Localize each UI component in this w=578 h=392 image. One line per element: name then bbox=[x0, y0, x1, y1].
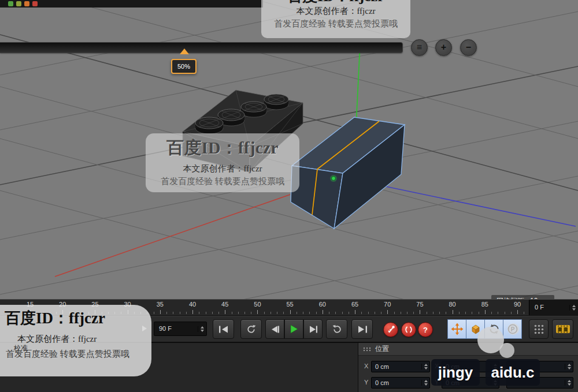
ruler-tick bbox=[238, 312, 239, 314]
ruler-tick bbox=[505, 312, 505, 314]
ruler-tick bbox=[472, 312, 472, 314]
play-button[interactable] bbox=[284, 319, 303, 339]
ruler-tick bbox=[297, 312, 297, 314]
coord-input-x1[interactable]: 0 cm bbox=[371, 361, 430, 372]
render-preview-button[interactable] bbox=[552, 319, 573, 339]
next-frame-button[interactable] bbox=[303, 319, 323, 339]
tab-calibrate[interactable]: 校准 bbox=[14, 344, 28, 353]
watermark-logo-circle bbox=[499, 343, 514, 358]
ruler-tick bbox=[160, 310, 161, 314]
coord-input-y1[interactable]: 0 cm bbox=[371, 377, 430, 389]
coord-stepper[interactable] bbox=[421, 364, 428, 369]
ruler-tick bbox=[349, 312, 349, 314]
end-frame-field[interactable]: 0 F bbox=[529, 300, 578, 315]
ruler-tick bbox=[524, 312, 524, 314]
ruler-tick bbox=[271, 312, 271, 314]
app-window: 50% ≡ + − 网格间距 : 10 cm 15202530354045505… bbox=[0, 0, 578, 392]
watermark-bottom-left: 百度ID：ffjczr 本文原创作者：ffjczr 首发百度经验 转载要点赞投票… bbox=[0, 305, 151, 376]
go-to-end-button[interactable] bbox=[351, 319, 373, 339]
end-frame-value: 0 F bbox=[535, 304, 544, 311]
watermark-title: 百度ID：ffjczr bbox=[146, 136, 299, 160]
keying-help-button[interactable]: ? bbox=[418, 322, 433, 337]
loop-back-icon bbox=[246, 324, 257, 334]
coord-label-x1: X bbox=[364, 363, 368, 369]
ruler-tick bbox=[446, 312, 446, 314]
plus-icon: + bbox=[441, 42, 446, 52]
ruler-tick bbox=[154, 312, 154, 314]
ruler-tick bbox=[491, 312, 492, 314]
next-frame-icon bbox=[307, 325, 318, 334]
ruler-tick bbox=[206, 312, 206, 314]
ruler-number: 50 bbox=[254, 301, 261, 308]
coordinates-header[interactable]: 位置 bbox=[358, 343, 578, 356]
app-icon-green[interactable] bbox=[8, 1, 13, 6]
selected-vertex-point[interactable] bbox=[332, 177, 336, 181]
app-icon-red[interactable] bbox=[32, 1, 38, 6]
coordinates-title: 位置 bbox=[375, 344, 389, 354]
watermark-top: 百度ID：ffjczr 本文原创作者：ffjczr 首发百度经验 转载要点赞投票… bbox=[261, 0, 410, 38]
end-frame-stepper[interactable] bbox=[569, 305, 576, 311]
ruler-tick bbox=[427, 312, 427, 314]
ruler-tick bbox=[465, 312, 466, 314]
ruler-tick bbox=[244, 312, 245, 314]
cube-object[interactable] bbox=[291, 117, 405, 229]
ruler-number: 85 bbox=[481, 301, 488, 308]
ruler-tick bbox=[232, 312, 232, 314]
coord-stepper[interactable] bbox=[565, 380, 571, 386]
watermark-line1: 本文原创作者：ffjczr bbox=[261, 6, 410, 17]
z-axis-line bbox=[355, 180, 576, 226]
ruler-tick bbox=[173, 312, 173, 314]
ruler-tick bbox=[342, 312, 343, 314]
ruler-tick bbox=[420, 310, 420, 314]
current-frame-field[interactable]: 90 F bbox=[154, 322, 207, 336]
coord-value: 0 cm bbox=[375, 379, 389, 386]
app-icon-orange[interactable] bbox=[24, 1, 29, 6]
ruler-tick bbox=[485, 310, 486, 314]
ruler-number: 75 bbox=[416, 301, 423, 308]
record-keyframe-button[interactable] bbox=[383, 322, 398, 337]
app-icon-olive[interactable] bbox=[16, 1, 21, 6]
go-to-start-button[interactable] bbox=[213, 319, 234, 339]
ruler-tick bbox=[394, 312, 395, 314]
x-axis-line bbox=[55, 195, 290, 277]
coord-stepper[interactable] bbox=[565, 364, 571, 369]
minus-icon: − bbox=[466, 42, 471, 52]
play-forward-loop-button[interactable] bbox=[326, 319, 347, 339]
viewport-menu-button[interactable]: ≡ bbox=[411, 39, 428, 56]
current-frame-stepper[interactable] bbox=[198, 326, 204, 332]
previous-frame-button[interactable] bbox=[265, 319, 284, 339]
loop-forward-icon bbox=[332, 324, 342, 334]
watermark-title: 百度ID：ffjczr bbox=[5, 308, 151, 328]
parentheses-icon bbox=[404, 325, 413, 334]
ruler-number: 90 bbox=[514, 301, 521, 308]
ruler-tick bbox=[199, 312, 199, 314]
ruler-tick bbox=[368, 312, 369, 314]
current-frame-value: 90 F bbox=[159, 325, 172, 332]
ruler-tick bbox=[401, 312, 401, 314]
ruler-tick bbox=[433, 312, 433, 314]
coord-stepper[interactable] bbox=[421, 380, 428, 386]
ruler-tick bbox=[355, 310, 355, 314]
ruler-tick bbox=[283, 312, 284, 314]
viewport-remove-button[interactable]: − bbox=[460, 39, 477, 56]
timeline-scrub-bar[interactable] bbox=[0, 42, 403, 53]
ruler-tick bbox=[166, 312, 167, 314]
go-to-start-icon bbox=[218, 325, 229, 334]
watermark-title: 百度ID：ffjczr bbox=[261, 0, 410, 5]
record-position-toggle[interactable] bbox=[447, 319, 466, 339]
autokey-button[interactable] bbox=[401, 322, 416, 337]
ruler-tick bbox=[511, 312, 512, 314]
ruler-tick bbox=[459, 312, 460, 314]
ruler-tick bbox=[225, 310, 225, 314]
play-reverse-loop-button[interactable] bbox=[240, 319, 262, 339]
scrub-percent-tooltip: 50% bbox=[171, 59, 197, 74]
ruler-number: 45 bbox=[221, 301, 228, 308]
ruler-tick bbox=[375, 312, 375, 314]
keyframe-selection-button[interactable] bbox=[529, 319, 549, 339]
watermark-line2: 首发百度经验 转载要点赞投票哦 bbox=[146, 176, 299, 187]
ruler-tick bbox=[413, 312, 414, 314]
ruler-tick bbox=[498, 312, 498, 314]
scrub-marker-triangle[interactable] bbox=[180, 48, 189, 54]
ruler-tick bbox=[329, 312, 329, 314]
viewport-add-button[interactable]: + bbox=[435, 39, 452, 56]
